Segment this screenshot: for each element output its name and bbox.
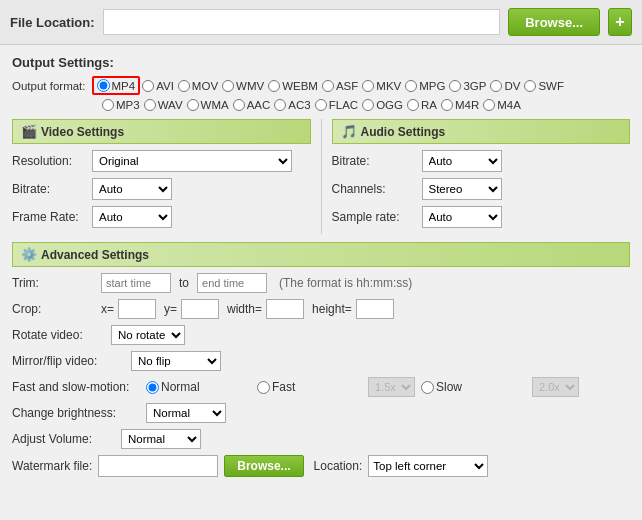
format-radio-mov[interactable] xyxy=(178,80,190,92)
speed-label: Fast and slow-motion: xyxy=(12,380,142,394)
location-select[interactable]: Top left corner Top right corner Bottom … xyxy=(368,455,488,477)
file-location-label: File Location: xyxy=(10,15,95,30)
format-option-asf: ASF xyxy=(322,80,358,92)
format-option-mov: MOV xyxy=(178,80,218,92)
crop-row: Crop: x= y= width= height= xyxy=(12,299,630,319)
format-option-mp3: MP3 xyxy=(102,99,140,111)
start-time-input[interactable] xyxy=(101,273,171,293)
format-option-3gp: 3GP xyxy=(449,80,486,92)
format-radio-wma[interactable] xyxy=(187,99,199,111)
crop-width-input[interactable] xyxy=(266,299,304,319)
brightness-select[interactable]: Normal xyxy=(146,403,226,423)
speed-slow-radio[interactable] xyxy=(421,381,434,394)
format-radio-m4r[interactable] xyxy=(441,99,453,111)
format-radio-ogg[interactable] xyxy=(362,99,374,111)
format-row-1: Output format: MP4 AVI MOV WMV WEBM xyxy=(12,76,630,95)
format-label: Output format: xyxy=(12,80,86,92)
sample-rate-row: Sample rate: Auto xyxy=(332,206,631,228)
crop-height-input[interactable] xyxy=(356,299,394,319)
format-option-wmv: WMV xyxy=(222,80,264,92)
rotate-row: Rotate video: No rotate xyxy=(12,325,630,345)
format-row-2: MP3 WAV WMA AAC AC3 FLAC xyxy=(102,99,630,111)
video-bitrate-select[interactable]: Auto xyxy=(92,178,172,200)
mirror-select[interactable]: No flip xyxy=(131,351,221,371)
format-option-wma: WMA xyxy=(187,99,229,111)
resolution-select[interactable]: Original xyxy=(92,150,292,172)
to-label: to xyxy=(179,276,189,290)
watermark-label: Watermark file: xyxy=(12,459,92,473)
format-radio-swf[interactable] xyxy=(524,80,536,92)
volume-label: Adjust Volume: xyxy=(12,432,117,446)
audio-bitrate-row: Bitrate: Auto xyxy=(332,150,631,172)
format-radio-ac3[interactable] xyxy=(274,99,286,111)
video-settings-panel: 🎬 Video Settings Resolution: Original Bi… xyxy=(12,119,322,234)
rotate-select[interactable]: No rotate xyxy=(111,325,185,345)
format-label-mov: MOV xyxy=(192,80,218,92)
format-label-mp4: MP4 xyxy=(112,80,136,92)
format-label-3gp: 3GP xyxy=(463,80,486,92)
format-option-flac: FLAC xyxy=(315,99,358,111)
format-radio-m4a[interactable] xyxy=(483,99,495,111)
format-option-ra: RA xyxy=(407,99,437,111)
format-radio-mp4[interactable] xyxy=(97,79,110,92)
format-radio-flac[interactable] xyxy=(315,99,327,111)
speed-slow-select[interactable]: 2.0x xyxy=(532,377,579,397)
plus-button[interactable]: + xyxy=(608,8,632,36)
video-settings-header: 🎬 Video Settings xyxy=(12,119,311,144)
format-radio-mpg[interactable] xyxy=(405,80,417,92)
browse-button[interactable]: Browse... xyxy=(508,8,600,36)
speed-fast-select[interactable]: 1.5x xyxy=(368,377,415,397)
format-label-ac3: AC3 xyxy=(288,99,310,111)
x-label: x= xyxy=(101,302,114,316)
format-radio-webm[interactable] xyxy=(268,80,280,92)
volume-row: Adjust Volume: Normal xyxy=(12,429,630,449)
format-radio-ra[interactable] xyxy=(407,99,419,111)
audio-icon: 🎵 xyxy=(341,124,357,139)
sample-rate-select[interactable]: Auto xyxy=(422,206,502,228)
speed-fast-radio[interactable] xyxy=(257,381,270,394)
watermark-input[interactable] xyxy=(98,455,218,477)
speed-normal-option: Normal xyxy=(146,380,251,394)
format-option-ac3: AC3 xyxy=(274,99,310,111)
watermark-browse-button[interactable]: Browse... xyxy=(224,455,303,477)
format-radio-wmv[interactable] xyxy=(222,80,234,92)
end-time-input[interactable] xyxy=(197,273,267,293)
volume-select[interactable]: Normal xyxy=(121,429,201,449)
advanced-settings-title: Advanced Settings xyxy=(41,248,149,262)
speed-slow-label: Slow xyxy=(436,380,526,394)
format-option-aac: AAC xyxy=(233,99,271,111)
format-radio-avi[interactable] xyxy=(142,80,154,92)
format-radio-asf[interactable] xyxy=(322,80,334,92)
mirror-row: Mirror/flip video: No flip xyxy=(12,351,630,371)
file-location-input[interactable] xyxy=(103,9,501,35)
format-radio-mkv[interactable] xyxy=(362,80,374,92)
format-option-m4a: M4A xyxy=(483,99,521,111)
crop-y-input[interactable] xyxy=(181,299,219,319)
channels-select[interactable]: Stereo xyxy=(422,178,502,200)
format-option-wav: WAV xyxy=(144,99,183,111)
audio-settings-header: 🎵 Audio Settings xyxy=(332,119,631,144)
resolution-row: Resolution: Original xyxy=(12,150,311,172)
format-option-webm: WEBM xyxy=(268,80,318,92)
output-settings-title: Output Settings: xyxy=(12,55,630,70)
format-option-dv: DV xyxy=(490,80,520,92)
format-radio-dv[interactable] xyxy=(490,80,502,92)
top-bar: File Location: Browse... + xyxy=(0,0,642,45)
speed-fast-label: Fast xyxy=(272,380,362,394)
advanced-settings-header: ⚙️ Advanced Settings xyxy=(12,242,630,267)
format-radio-3gp[interactable] xyxy=(449,80,461,92)
audio-bitrate-select[interactable]: Auto xyxy=(422,150,502,172)
framerate-select[interactable]: Auto xyxy=(92,206,172,228)
framerate-label: Frame Rate: xyxy=(12,210,92,224)
speed-normal-radio[interactable] xyxy=(146,381,159,394)
format-radio-aac[interactable] xyxy=(233,99,245,111)
crop-x-input[interactable] xyxy=(118,299,156,319)
video-icon: 🎬 xyxy=(21,124,37,139)
format-option-ogg: OGG xyxy=(362,99,403,111)
format-radio-mp3[interactable] xyxy=(102,99,114,111)
settings-columns: 🎬 Video Settings Resolution: Original Bi… xyxy=(12,119,630,234)
video-bitrate-row: Bitrate: Auto xyxy=(12,178,311,200)
format-radio-wav[interactable] xyxy=(144,99,156,111)
height-label: height= xyxy=(312,302,352,316)
format-mp4-highlight: MP4 xyxy=(92,76,141,95)
